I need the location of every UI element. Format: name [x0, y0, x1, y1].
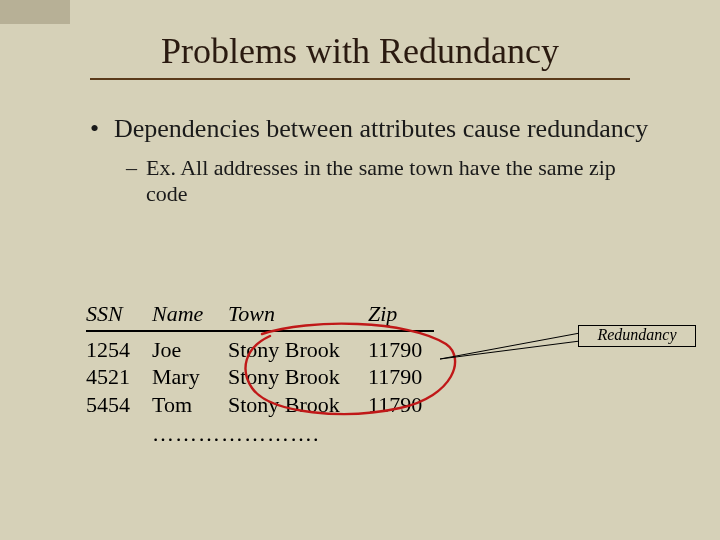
header-rule	[86, 330, 434, 332]
table-ellipsis-row: ………………….	[86, 418, 442, 448]
cell-ssn: 1254	[86, 336, 152, 364]
svg-line-1	[440, 341, 580, 359]
callout-label: Redundancy	[597, 326, 676, 343]
bullet-dot-icon: •	[90, 114, 114, 145]
bullet-level-2: – Ex. All addresses in the same town hav…	[90, 155, 660, 208]
table-header-row: SSN Name Town Zip	[86, 300, 442, 328]
cell-name: Mary	[152, 363, 228, 391]
bullet-dash-icon: –	[126, 155, 146, 208]
cell-zip: 11790	[368, 336, 442, 364]
corner-accent	[0, 0, 70, 24]
cell-town: Stony Brook	[228, 336, 368, 364]
ellipsis: ………………….	[152, 418, 442, 448]
cell-zip: 11790	[368, 391, 442, 419]
cell-name: Joe	[152, 336, 228, 364]
cell-name: Tom	[152, 391, 228, 419]
cell-town: Stony Brook	[228, 363, 368, 391]
table-row: 4521 Mary Stony Brook 11790	[86, 363, 442, 391]
bullet-2-text: Ex. All addresses in the same town have …	[146, 155, 660, 208]
table-row: 5454 Tom Stony Brook 11790	[86, 391, 442, 419]
table-row: 1254 Joe Stony Brook 11790	[86, 336, 442, 364]
slide: Problems with Redundancy • Dependencies …	[0, 0, 720, 540]
bullet-level-1: • Dependencies between attributes cause …	[90, 114, 660, 145]
cell-ssn: 5454	[86, 391, 152, 419]
cell-zip: 11790	[368, 363, 442, 391]
title-underline	[90, 78, 630, 80]
col-ssn: SSN	[86, 300, 152, 328]
redundancy-callout: Redundancy	[578, 325, 696, 347]
slide-body: • Dependencies between attributes cause …	[0, 114, 720, 207]
cell-ssn: 4521	[86, 363, 152, 391]
col-name: Name	[152, 300, 228, 328]
svg-line-0	[440, 333, 580, 359]
data-table: SSN Name Town Zip 1254 Joe Stony Brook 1…	[86, 300, 442, 448]
col-zip: Zip	[368, 300, 442, 328]
bullet-1-text: Dependencies between attributes cause re…	[114, 114, 648, 145]
cell-town: Stony Brook	[228, 391, 368, 419]
slide-title: Problems with Redundancy	[0, 0, 720, 78]
example-table: SSN Name Town Zip 1254 Joe Stony Brook 1…	[86, 300, 442, 448]
callout-connector-icon	[440, 323, 582, 361]
col-town: Town	[228, 300, 368, 328]
